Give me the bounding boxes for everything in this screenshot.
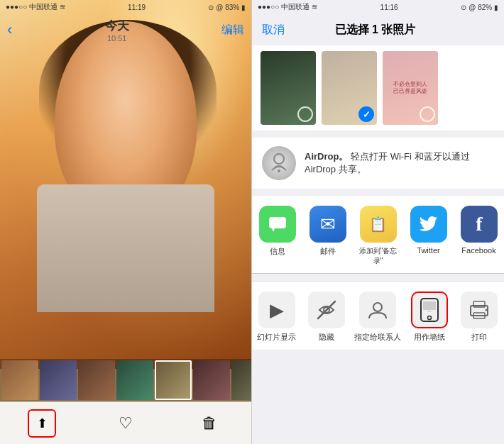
photo-selection-row: 不必仓皇到人己己养是风姿 bbox=[252, 45, 504, 131]
messages-icon bbox=[259, 206, 296, 243]
svg-rect-9 bbox=[427, 311, 432, 312]
left-toolbar: ⬆ ♡ 🗑 bbox=[0, 401, 251, 444]
wallpaper-label: 用作墙纸 bbox=[414, 332, 445, 343]
cancel-button[interactable]: 取消 bbox=[262, 23, 285, 38]
app-mail[interactable]: ✉ 邮件 bbox=[308, 206, 347, 257]
thumb-5-active[interactable] bbox=[155, 360, 192, 400]
action-slideshow[interactable]: ▶ 幻灯片显示 bbox=[256, 292, 298, 343]
airdrop-icon bbox=[262, 146, 296, 180]
main-photo bbox=[0, 0, 251, 369]
app-icons-section: 信息 ✉ 邮件 📋 添加到"备忘 录" Twitter f Facebook bbox=[252, 196, 504, 273]
photo-check-3[interactable] bbox=[420, 106, 435, 122]
mail-icon: ✉ bbox=[309, 206, 346, 243]
share-icon: ⬆ bbox=[37, 416, 48, 431]
mail-label: 邮件 bbox=[320, 246, 336, 257]
airdrop-description: AirDrop。 轻点打开 Wi-Fi 和蓝牙以通过 AirDrop 共享。 bbox=[305, 150, 494, 176]
action-hide[interactable]: 隐藏 bbox=[305, 292, 348, 343]
photo-thumb-3[interactable]: 不必仓皇到人己己养是风姿 bbox=[383, 51, 438, 125]
twitter-label: Twitter bbox=[417, 246, 439, 255]
left-status-bar: ●●●○○ 中国联通 ≋ 11:19 ⊙ @ 83% ▮ bbox=[0, 0, 251, 14]
nav-title: 今天 bbox=[105, 18, 129, 34]
app-messages[interactable]: 信息 bbox=[258, 206, 297, 257]
facebook-icon: f bbox=[461, 206, 498, 243]
quote-text: 不必仓皇到人己己养是风姿 bbox=[392, 79, 429, 97]
wallpaper-icon bbox=[411, 292, 448, 328]
thumb-1[interactable] bbox=[1, 360, 38, 400]
nav-title-group: 今天 10:51 bbox=[105, 18, 129, 43]
left-panel: ●●●○○ 中国联通 ≋ 11:19 ⊙ @ 83% ▮ ‹ 今天 10:51 … bbox=[0, 0, 252, 444]
trash-icon: 🗑 bbox=[202, 414, 217, 433]
thumb-4[interactable] bbox=[116, 360, 153, 400]
facebook-label: Facebook bbox=[461, 246, 495, 255]
thumbnail-strip[interactable] bbox=[0, 359, 251, 401]
left-nav-bar: ‹ 今天 10:51 编辑 bbox=[0, 14, 251, 45]
right-status-bar: ●●●○○ 中国联通 ≋ 11:16 ⊙ @ 82% ▮ bbox=[252, 0, 504, 14]
heart-icon: ♡ bbox=[119, 414, 133, 433]
heart-button[interactable]: ♡ bbox=[111, 409, 140, 438]
thumb-2[interactable] bbox=[40, 360, 77, 400]
action-contact[interactable]: 指定给联系人 bbox=[354, 292, 401, 343]
photo-check-2[interactable] bbox=[358, 106, 374, 122]
app-twitter[interactable]: Twitter bbox=[409, 206, 448, 255]
notes-icon: 📋 bbox=[360, 206, 397, 243]
left-time: 11:19 bbox=[128, 4, 146, 11]
left-carrier: ●●●○○ 中国联通 ≋ bbox=[6, 2, 65, 12]
svg-point-0 bbox=[274, 154, 284, 164]
photo-check-1[interactable] bbox=[297, 106, 313, 122]
action-print[interactable]: 打印 bbox=[458, 292, 500, 343]
share-button[interactable]: ⬆ bbox=[28, 409, 56, 438]
svg-marker-3 bbox=[272, 228, 275, 232]
app-notes[interactable]: 📋 添加到"备忘 录" bbox=[358, 206, 398, 266]
airdrop-label: AirDrop。 bbox=[305, 151, 348, 162]
right-carrier: ●●●○○ 中国联通 ≋ bbox=[258, 2, 317, 12]
hide-icon bbox=[308, 292, 345, 328]
photo-thumb-2[interactable] bbox=[322, 51, 377, 125]
svg-point-13 bbox=[486, 309, 488, 311]
trash-button[interactable]: 🗑 bbox=[195, 409, 224, 438]
slideshow-icon: ▶ bbox=[258, 292, 295, 328]
svg-rect-7 bbox=[423, 301, 436, 310]
action-wallpaper[interactable]: 用作墙纸 bbox=[408, 292, 451, 343]
svg-point-1 bbox=[278, 170, 280, 172]
slideshow-label: 幻灯片显示 bbox=[257, 332, 296, 343]
thumb-7[interactable] bbox=[231, 360, 251, 400]
notes-label: 添加到"备忘 录" bbox=[359, 246, 398, 266]
action-icons-section: ▶ 幻灯片显示 隐藏 指定给联系人 bbox=[252, 281, 504, 350]
back-button[interactable]: ‹ bbox=[7, 21, 12, 39]
right-panel: ●●●○○ 中国联通 ≋ 11:16 ⊙ @ 82% ▮ 取消 已选择 1 张照… bbox=[252, 0, 504, 444]
right-signal: ⊙ @ 82% ▮ bbox=[461, 4, 498, 11]
nav-subtitle: 10:51 bbox=[105, 34, 129, 43]
divider bbox=[252, 273, 504, 274]
twitter-icon bbox=[410, 206, 447, 243]
girl-body bbox=[37, 184, 214, 312]
right-nav-bar: 取消 已选择 1 张照片 bbox=[252, 14, 504, 45]
svg-rect-2 bbox=[269, 217, 286, 228]
contact-icon bbox=[359, 292, 396, 328]
thumb-3[interactable] bbox=[78, 360, 115, 400]
thumb-6[interactable] bbox=[193, 360, 230, 400]
print-icon bbox=[461, 292, 498, 328]
svg-point-8 bbox=[428, 316, 432, 320]
right-time: 11:16 bbox=[380, 4, 398, 11]
left-signal: ⊙ @ 83% ▮ bbox=[208, 4, 246, 11]
airdrop-section[interactable]: AirDrop。 轻点打开 Wi-Fi 和蓝牙以通过 AirDrop 共享。 bbox=[252, 138, 504, 189]
photo-thumb-1[interactable] bbox=[261, 51, 316, 125]
hide-label: 隐藏 bbox=[319, 332, 334, 343]
share-title: 已选择 1 张照片 bbox=[335, 23, 416, 38]
edit-button[interactable]: 编辑 bbox=[221, 23, 244, 38]
contact-label: 指定给联系人 bbox=[354, 332, 401, 343]
app-facebook[interactable]: f Facebook bbox=[459, 206, 498, 255]
print-label: 打印 bbox=[471, 332, 487, 343]
messages-label: 信息 bbox=[270, 246, 285, 257]
svg-point-5 bbox=[373, 303, 382, 311]
